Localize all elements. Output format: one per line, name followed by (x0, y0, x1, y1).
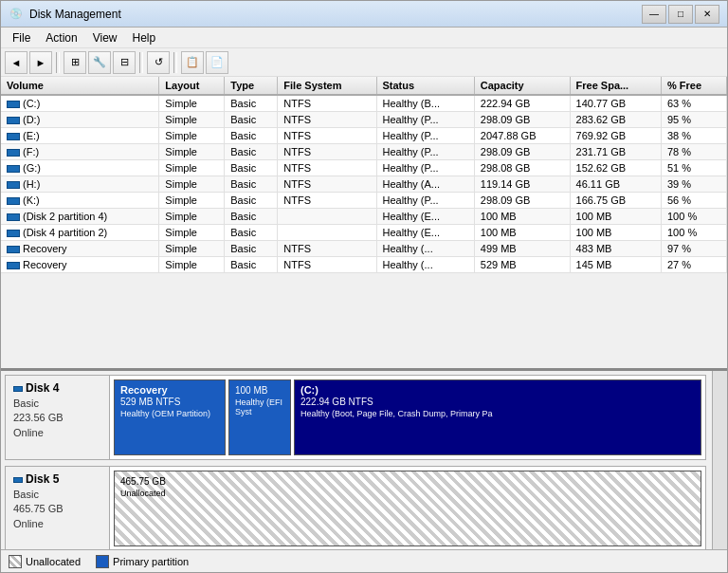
cell-capacity: 2047.88 GB (474, 128, 570, 144)
partition[interactable]: 100 MB Healthy (EFI Syst (228, 379, 291, 455)
table-container[interactable]: Volume Layout Type File System Status Ca… (1, 77, 727, 368)
partition-size: 100 MB (235, 385, 284, 396)
disk-row: Disk 4 Basic 223.56 GB Online Recovery 5… (5, 375, 706, 460)
table-row[interactable]: (K:) Simple Basic NTFS Healthy (P... 298… (1, 193, 727, 209)
cell-layout: Simple (159, 241, 225, 257)
cell-capacity: 222.94 GB (474, 95, 570, 112)
maximize-button[interactable]: □ (668, 5, 693, 24)
table-row[interactable]: (H:) Simple Basic NTFS Healthy (A... 119… (1, 176, 727, 193)
cell-pct: 63 % (661, 95, 726, 112)
cell-fs: NTFS (278, 241, 376, 257)
col-type[interactable]: Type (225, 77, 278, 95)
toolbar-btn-2[interactable]: 🔧 (88, 51, 111, 74)
cell-status: Healthy (P... (376, 144, 474, 160)
menu-file[interactable]: File (5, 28, 38, 47)
partition-size: 465.75 GB (120, 476, 695, 487)
table-row[interactable]: (Disk 2 partition 4) Simple Basic Health… (1, 209, 727, 225)
close-button[interactable]: ✕ (695, 5, 719, 24)
cell-volume: (E:) (1, 128, 159, 144)
volume-table: Volume Layout Type File System Status Ca… (1, 77, 727, 273)
toolbar-btn-3[interactable]: ⊟ (113, 51, 136, 74)
cell-type: Basic (225, 95, 278, 112)
table-row[interactable]: (C:) Simple Basic NTFS Healthy (B... 222… (1, 95, 727, 112)
partition-size: 222.94 GB NTFS (300, 397, 695, 407)
disk-partitions: Recovery 529 MB NTFS Healthy (OEM Partit… (110, 376, 705, 459)
partition[interactable]: 465.75 GB Unallocated (114, 471, 701, 546)
cell-layout: Simple (159, 95, 225, 112)
minimize-button[interactable]: — (642, 5, 666, 24)
toolbar-btn-1[interactable]: ⊞ (64, 51, 86, 74)
toolbar-btn-6[interactable]: 📄 (206, 51, 228, 74)
legend-unallocated: Unallocated (9, 555, 81, 568)
disk-label: Disk 5 Basic 465.75 GB Online (6, 467, 110, 549)
cell-volume: Recovery (1, 241, 159, 257)
cell-volume: (Disk 4 partition 2) (1, 225, 159, 241)
cell-layout: Simple (159, 144, 225, 160)
cell-pct: 38 % (661, 128, 726, 144)
cell-volume: (D:) (1, 112, 159, 128)
cell-status: Healthy (E... (376, 209, 474, 225)
table-row[interactable]: (D:) Simple Basic NTFS Healthy (P... 298… (1, 112, 727, 128)
cell-status: Healthy (... (376, 257, 474, 273)
cell-pct: 78 % (661, 144, 726, 160)
cell-volume: (K:) (1, 193, 159, 209)
cell-status: Healthy (B... (376, 95, 474, 112)
table-row[interactable]: Recovery Simple Basic NTFS Healthy (... … (1, 241, 727, 257)
legend-primary-box (96, 555, 109, 568)
disk-partitions: 465.75 GB Unallocated (110, 467, 705, 549)
window-title: Disk Management (29, 8, 642, 21)
cell-status: Healthy (A... (376, 176, 474, 193)
table-row[interactable]: (G:) Simple Basic NTFS Healthy (P... 298… (1, 160, 727, 176)
cell-pct: 100 % (661, 209, 726, 225)
partition[interactable]: Recovery 529 MB NTFS Healthy (OEM Partit… (114, 379, 226, 455)
disk-type: Basic (13, 488, 101, 502)
menu-help[interactable]: Help (125, 28, 164, 47)
table-row[interactable]: (E:) Simple Basic NTFS Healthy (P... 204… (1, 128, 727, 144)
cell-fs: NTFS (278, 144, 376, 160)
cell-type: Basic (225, 209, 278, 225)
col-layout[interactable]: Layout (159, 77, 225, 95)
cell-layout: Simple (159, 257, 225, 273)
disk-size: 223.56 GB (13, 411, 101, 425)
cell-layout: Simple (159, 225, 225, 241)
menu-view[interactable]: View (85, 28, 125, 47)
toolbar: ◄ ► ⊞ 🔧 ⊟ ↺ 📋 📄 (1, 48, 727, 77)
cell-volume: Recovery (1, 257, 159, 273)
cell-free: 100 MB (570, 225, 661, 241)
legend-primary: Primary partition (96, 555, 189, 568)
disk-size: 465.75 GB (13, 502, 101, 516)
toolbar-btn-5[interactable]: 📋 (181, 51, 204, 74)
col-capacity[interactable]: Capacity (474, 77, 570, 95)
forward-button[interactable]: ► (29, 51, 52, 74)
scrollbar[interactable] (712, 371, 727, 549)
cell-free: 140.77 GB (570, 95, 661, 112)
partition-status: Unallocated (120, 489, 695, 498)
status-bar: Unallocated Primary partition (1, 549, 727, 572)
cell-type: Basic (225, 112, 278, 128)
cell-fs: NTFS (278, 95, 376, 112)
col-fs[interactable]: File System (278, 77, 376, 95)
toolbar-btn-4[interactable]: ↺ (147, 51, 170, 74)
cell-capacity: 100 MB (474, 225, 570, 241)
table-row[interactable]: Recovery Simple Basic NTFS Healthy (... … (1, 257, 727, 273)
col-status[interactable]: Status (376, 77, 474, 95)
partition[interactable]: (C:) 222.94 GB NTFS Healthy (Boot, Page … (294, 379, 701, 455)
cell-type: Basic (225, 176, 278, 193)
table-row[interactable]: (F:) Simple Basic NTFS Healthy (P... 298… (1, 144, 727, 160)
back-button[interactable]: ◄ (5, 51, 27, 74)
title-bar: 💿 Disk Management — □ ✕ (1, 1, 727, 28)
cell-capacity: 499 MB (474, 241, 570, 257)
partition-status: Healthy (OEM Partition) (120, 409, 219, 418)
table-row[interactable]: (Disk 4 partition 2) Simple Basic Health… (1, 225, 727, 241)
cell-type: Basic (225, 128, 278, 144)
menu-action[interactable]: Action (38, 28, 84, 47)
cell-free: 483 MB (570, 241, 661, 257)
col-free[interactable]: Free Spa... (570, 77, 661, 95)
partition-size: 529 MB NTFS (120, 397, 219, 407)
disk-label: Disk 4 Basic 223.56 GB Online (6, 376, 110, 459)
cell-type: Basic (225, 225, 278, 241)
cell-capacity: 298.08 GB (474, 160, 570, 176)
col-volume[interactable]: Volume (1, 77, 159, 95)
col-pct[interactable]: % Free (661, 77, 726, 95)
cell-free: 231.71 GB (570, 144, 661, 160)
